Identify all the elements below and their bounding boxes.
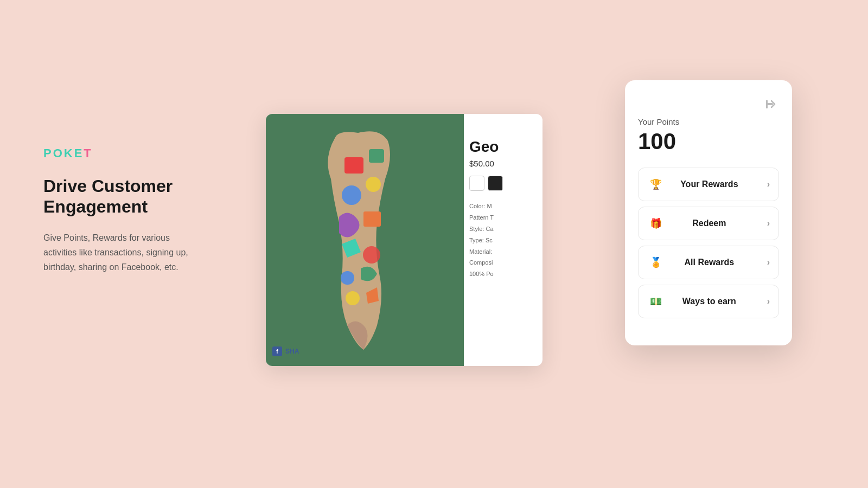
your-rewards-label: Your Rewards bbox=[665, 179, 754, 189]
logo: POKET bbox=[43, 146, 195, 160]
description: Give Points, Rewards for various activit… bbox=[43, 230, 195, 275]
chevron-icon-4: › bbox=[767, 297, 770, 306]
product-title: Geo bbox=[469, 138, 537, 156]
left-section: POKET Drive Customer Engagement Give Poi… bbox=[43, 146, 195, 274]
gift-icon: 🎁 bbox=[647, 215, 665, 232]
ways-to-earn-label: Ways to earn bbox=[665, 297, 754, 306]
chevron-icon-3: › bbox=[767, 258, 770, 267]
earn-icon: 💵 bbox=[647, 293, 665, 310]
facebook-icon: f bbox=[272, 346, 282, 356]
menu-item-your-rewards[interactable]: 🏆 Your Rewards › bbox=[638, 168, 779, 201]
svg-rect-0 bbox=[344, 157, 363, 174]
swatch-white[interactable] bbox=[469, 176, 484, 191]
product-image-area bbox=[266, 114, 464, 366]
menu-list: 🏆 Your Rewards › 🎁 Redeem › 🏅 All Reward… bbox=[638, 168, 779, 318]
rewards-widget: Your Points 100 🏆 Your Rewards › 🎁 Redee… bbox=[625, 80, 792, 345]
headline: Drive Customer Engagement bbox=[43, 176, 195, 217]
menu-item-all-rewards[interactable]: 🏅 All Rewards › bbox=[638, 246, 779, 279]
points-value: 100 bbox=[638, 129, 779, 155]
logo-poke: POKE bbox=[43, 146, 84, 160]
svg-rect-9 bbox=[766, 100, 768, 108]
product-price: $50.00 bbox=[469, 159, 537, 168]
svg-point-2 bbox=[342, 185, 361, 205]
exit-icon[interactable] bbox=[762, 95, 779, 113]
product-card: Geo $50.00 Color: M Pattern T Style: Ca … bbox=[266, 114, 542, 366]
product-details: Color: M Pattern T Style: Ca Type: Sc Ma… bbox=[469, 201, 537, 280]
logo-t: T bbox=[84, 146, 92, 160]
all-rewards-label: All Rewards bbox=[665, 258, 754, 267]
swatch-black[interactable] bbox=[488, 176, 503, 191]
widget-header bbox=[638, 95, 779, 113]
menu-item-ways-to-earn[interactable]: 💵 Ways to earn › bbox=[638, 285, 779, 318]
menu-item-redeem[interactable]: 🎁 Redeem › bbox=[638, 207, 779, 240]
color-swatches bbox=[469, 176, 537, 191]
product-info: Geo $50.00 Color: M Pattern T Style: Ca … bbox=[464, 138, 542, 280]
svg-point-3 bbox=[366, 177, 381, 192]
trophy-icon: 🏆 bbox=[647, 176, 665, 193]
share-label: SHA bbox=[285, 348, 299, 355]
chevron-icon: › bbox=[767, 179, 770, 189]
svg-rect-6 bbox=[341, 271, 354, 285]
svg-rect-1 bbox=[369, 149, 384, 163]
redeem-label: Redeem bbox=[665, 219, 754, 228]
chevron-icon-2: › bbox=[767, 219, 770, 228]
share-bar[interactable]: f SHA bbox=[272, 346, 299, 356]
svg-point-7 bbox=[346, 291, 360, 305]
product-image-svg bbox=[293, 125, 434, 352]
svg-rect-4 bbox=[363, 211, 381, 227]
points-label: Your Points bbox=[638, 117, 779, 126]
medal-icon: 🏅 bbox=[647, 254, 665, 271]
svg-point-5 bbox=[363, 246, 380, 264]
